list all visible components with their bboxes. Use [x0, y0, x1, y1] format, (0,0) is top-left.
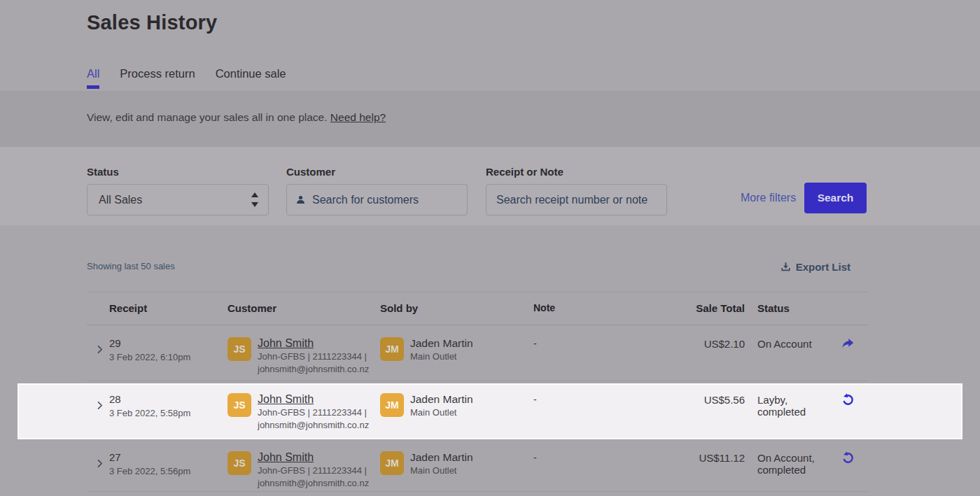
- sold-by-name: Jaden Martin: [410, 393, 473, 406]
- status-cell: On Account: [757, 325, 827, 381]
- sold-by-name: Jaden Martin: [410, 337, 473, 350]
- download-icon: [780, 262, 791, 272]
- note-cell: -: [533, 381, 672, 439]
- customer-search-box: [286, 184, 468, 215]
- customer-details: John-GFBS | 2111223344 |: [258, 407, 369, 418]
- receipt-note-filter-group: Receipt or Note: [486, 166, 667, 215]
- status-cell: On Account, completed: [757, 439, 827, 491]
- arrow-up-icon: [251, 192, 258, 197]
- return-sale-action-button[interactable]: [841, 393, 855, 406]
- tab-all[interactable]: All: [87, 67, 99, 80]
- outlet-name: Main Outlet: [410, 465, 473, 476]
- sold-by-avatar: JM: [380, 451, 404, 475]
- note-cell: -: [533, 325, 672, 381]
- banner-text: View, edit and manage your sales all in …: [87, 111, 386, 124]
- customer-name-link[interactable]: John Smith: [258, 393, 314, 405]
- table-row[interactable]: 27 3 Feb 2022, 5:56pm JS John Smith John…: [87, 439, 868, 492]
- customer-avatar: JS: [227, 393, 251, 417]
- outlet-name: Main Outlet: [410, 407, 473, 418]
- filter-bar: Status All Sales Customer Receipt or Not…: [0, 147, 980, 225]
- table-row[interactable]: 29 3 Feb 2022, 6:10pm JS John Smith John…: [87, 325, 868, 381]
- customer-email: johnsmith@johnsmith.co.nz: [258, 420, 369, 431]
- sale-total-cell: US$5.56: [672, 381, 745, 439]
- sales-list-section: Showing last 50 sales Export List Receip…: [0, 225, 980, 496]
- table-row[interactable]: 28 3 Feb 2022, 5:58pm JS John Smith John…: [87, 381, 868, 439]
- receipt-note-search-input[interactable]: [496, 194, 666, 206]
- more-filters-link[interactable]: More filters: [741, 192, 796, 204]
- list-toolbar: Showing last 50 sales Export List: [87, 261, 868, 273]
- receipt-cell: 29 3 Feb 2022, 6:10pm: [109, 325, 227, 381]
- header-spacer: [87, 292, 109, 325]
- sold-by-cell: JM Jaden Martin Main Outlet: [380, 439, 533, 491]
- customer-cell: JS John Smith John-GFBS | 2111223344 | j…: [227, 439, 380, 491]
- receipt-note-search-box: [486, 184, 667, 215]
- sold-by-cell: JM Jaden Martin Main Outlet: [380, 325, 533, 381]
- sold-by-avatar: JM: [380, 337, 404, 361]
- receipt-cell: 27 3 Feb 2022, 5:56pm: [109, 439, 227, 491]
- receipt-date: 3 Feb 2022, 5:58pm: [109, 408, 227, 418]
- continue-sale-action-button[interactable]: [841, 337, 855, 351]
- customer-details: John-GFBS | 2111223344 |: [258, 465, 369, 476]
- sold-by-name: Jaden Martin: [410, 451, 473, 464]
- customer-avatar: JS: [227, 337, 251, 361]
- sales-table: Receipt Customer Sold by Note Sale Total…: [87, 292, 868, 492]
- column-header-customer: Customer: [227, 292, 380, 325]
- status-label: Status: [87, 166, 269, 178]
- table-header-row: Receipt Customer Sold by Note Sale Total…: [87, 292, 868, 325]
- sales-summary: Showing last 50 sales: [87, 261, 175, 271]
- column-header-receipt: Receipt: [109, 292, 227, 325]
- customer-email: johnsmith@johnsmith.co.nz: [258, 364, 369, 375]
- banner-message: View, edit and manage your sales all in …: [87, 111, 328, 123]
- customer-label: Customer: [286, 166, 468, 178]
- tab-bar: All Process return Continue sale: [87, 67, 286, 80]
- return-sale-action-button[interactable]: [841, 451, 855, 465]
- receipt-note-label: Receipt or Note: [486, 166, 667, 178]
- status-cell: Layby, completed: [757, 381, 827, 439]
- receipt-number: 28: [109, 394, 227, 405]
- status-select[interactable]: All Sales: [87, 184, 269, 215]
- customer-cell: JS John Smith John-GFBS | 2111223344 | j…: [227, 325, 380, 381]
- customer-email: johnsmith@johnsmith.co.nz: [258, 478, 369, 489]
- tab-continue-sale[interactable]: Continue sale: [216, 67, 286, 80]
- sold-by-avatar: JM: [380, 393, 404, 417]
- page-header: Sales History All Process return Continu…: [0, 0, 980, 91]
- column-header-status: Status: [757, 292, 827, 325]
- column-header-sale-total: Sale Total: [672, 292, 745, 325]
- tab-process-return[interactable]: Process return: [120, 67, 195, 80]
- status-filter-group: Status All Sales: [87, 166, 269, 215]
- outlet-name: Main Outlet: [410, 351, 473, 362]
- sale-total-cell: US$2.10: [672, 325, 745, 381]
- page-title: Sales History: [87, 11, 217, 34]
- expand-row-button[interactable]: [97, 459, 109, 468]
- header-actions-spacer: [827, 292, 868, 325]
- receipt-number: 27: [109, 452, 227, 463]
- customer-name-link[interactable]: John Smith: [258, 451, 314, 463]
- need-help-link[interactable]: Need help?: [330, 111, 386, 123]
- export-list-button[interactable]: Export List: [780, 261, 850, 273]
- table-body: 29 3 Feb 2022, 6:10pm JS John Smith John…: [87, 325, 868, 492]
- expand-row-button[interactable]: [97, 401, 109, 410]
- status-select-value: All Sales: [99, 194, 142, 206]
- sold-by-cell: JM Jaden Martin Main Outlet: [380, 381, 533, 439]
- column-header-note: Note: [533, 292, 672, 325]
- info-banner: View, edit and manage your sales all in …: [0, 91, 980, 147]
- customer-search-input[interactable]: [312, 194, 467, 206]
- customer-cell: JS John Smith John-GFBS | 2111223344 | j…: [227, 381, 380, 439]
- receipt-cell: 28 3 Feb 2022, 5:58pm: [109, 381, 227, 439]
- receipt-number: 29: [109, 338, 227, 349]
- arrow-down-icon: [251, 202, 258, 207]
- select-arrows-icon: [251, 192, 258, 207]
- note-cell: -: [533, 439, 672, 491]
- expand-row-button[interactable]: [97, 345, 109, 354]
- customer-avatar: JS: [227, 451, 251, 475]
- search-button[interactable]: Search: [804, 183, 867, 213]
- export-list-label: Export List: [796, 261, 850, 273]
- sale-total-cell: US$11.12: [672, 439, 745, 491]
- customer-filter-group: Customer: [286, 166, 468, 215]
- customer-details: John-GFBS | 2111223344 |: [258, 351, 369, 362]
- person-icon: [296, 195, 305, 204]
- column-header-sold-by: Sold by: [380, 292, 533, 325]
- receipt-date: 3 Feb 2022, 5:56pm: [109, 466, 227, 476]
- customer-name-link[interactable]: John Smith: [258, 337, 314, 349]
- receipt-date: 3 Feb 2022, 6:10pm: [109, 352, 227, 362]
